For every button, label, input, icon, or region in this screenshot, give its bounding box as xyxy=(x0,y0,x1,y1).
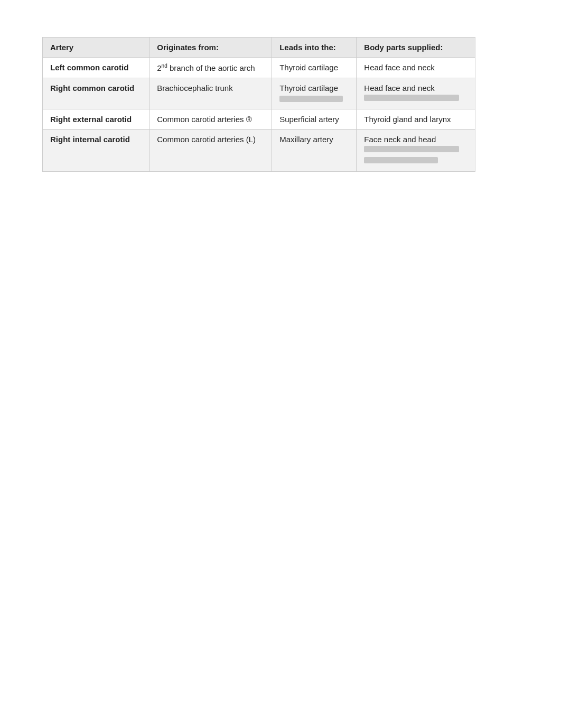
col-header-originates: Originates from: xyxy=(149,38,272,58)
cell-leads: Thyroid cartilage███████████████ xyxy=(272,78,357,109)
table-header-row: Artery Originates from: Leads into the: … xyxy=(43,38,475,58)
col-header-artery: Artery xyxy=(43,38,149,58)
table-row: Right common carotidBrachiocephalic trun… xyxy=(43,78,475,109)
cell-artery-name: Left common carotid xyxy=(43,58,149,78)
table-row: Right internal carotidCommon carotid art… xyxy=(43,130,475,172)
cell-leads: Thyroid cartilage xyxy=(272,58,357,78)
cell-leads: Maxillary artery xyxy=(272,130,357,172)
cell-leads: Superficial artery xyxy=(272,109,357,130)
cell-body-parts: Face neck and head██████████████████████… xyxy=(357,130,475,172)
blurred-content: ████████████████████ xyxy=(364,146,459,152)
cell-body-parts: Head face and neck████████████████████ xyxy=(357,78,475,109)
cell-artery-name: Right common carotid xyxy=(43,78,149,109)
cell-originates: Brachiocephalic trunk xyxy=(149,78,272,109)
page-wrapper: Artery Originates from: Leads into the: … xyxy=(0,0,561,204)
cell-body-parts: Thyroid gland and larynx xyxy=(357,109,475,130)
artery-table: Artery Originates from: Leads into the: … xyxy=(42,37,475,172)
cell-artery-name: Right internal carotid xyxy=(43,130,149,172)
blurred-leads-bar: ███████████████ xyxy=(279,96,343,102)
cell-artery-name: Right external carotid xyxy=(43,109,149,130)
blurred-content-2: ████████████████ xyxy=(364,157,438,163)
table-row: Right external carotidCommon carotid art… xyxy=(43,109,475,130)
col-header-body-parts: Body parts supplied: xyxy=(357,38,475,58)
blurred-content: ████████████████████ xyxy=(364,95,459,101)
table-row: Left common carotid2nd branch of the aor… xyxy=(43,58,475,78)
cell-body-parts: Head face and neck xyxy=(357,58,475,78)
cell-originates: 2nd branch of the aortic arch xyxy=(149,58,272,78)
col-header-leads: Leads into the: xyxy=(272,38,357,58)
cell-originates: Common carotid arteries (L) xyxy=(149,130,272,172)
cell-originates: Common carotid arteries ® xyxy=(149,109,272,130)
